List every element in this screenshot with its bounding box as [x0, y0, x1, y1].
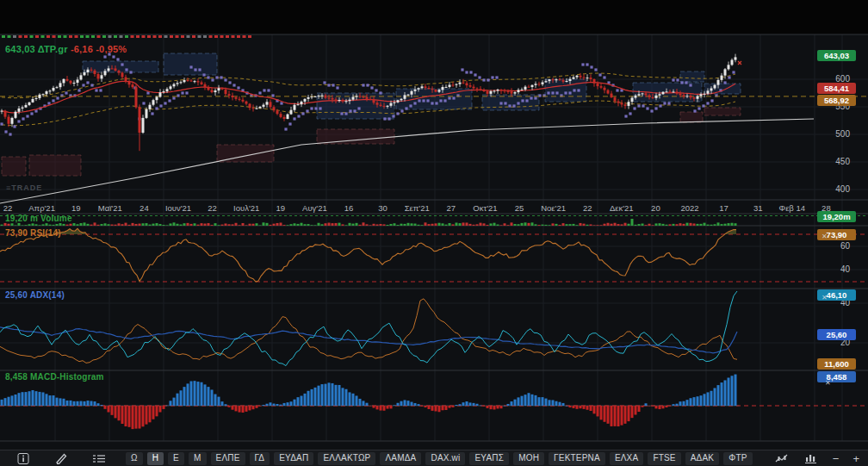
- time-axis-label: Αυγ'21: [302, 203, 327, 213]
- trading-platform-window: 643,03 ΔΤΡ.gr -6,16 -0,95% ≡TRADE 19,20 …: [0, 0, 868, 466]
- time-axis-label: 28: [822, 203, 831, 213]
- value-badge: 643,03: [817, 50, 856, 61]
- value-badge: 568,92: [817, 95, 856, 106]
- symbol-chip-ΓΕΚΤΕΡΝΑ[interactable]: ΓΕΚΤΕΡΝΑ: [549, 452, 605, 465]
- time-axis-label: 19: [276, 203, 286, 213]
- symbol-chip-ΕΛΛΑΚΤΩΡ[interactable]: ΕΛΛΑΚΤΩΡ: [318, 452, 375, 465]
- toolbar-left-icons: [14, 452, 108, 465]
- line-candle-chart-icon[interactable]: [772, 452, 791, 465]
- time-axis-label: Ιουλ'21: [233, 203, 259, 213]
- time-axis-label: Νοε'21: [541, 203, 566, 213]
- time-axis-label: 22: [3, 203, 13, 213]
- info-icon[interactable]: [14, 452, 33, 465]
- time-axis-label: 2022: [680, 203, 698, 213]
- time-axis-label: 22: [583, 203, 592, 213]
- time-axis-label: 27: [447, 203, 456, 213]
- time-axis-label: Φεβ 14: [779, 203, 806, 213]
- symbol-chip-ΛΑΜΔΑ[interactable]: ΛΑΜΔΑ: [380, 452, 421, 465]
- time-axis-label: Δεκ'21: [610, 203, 634, 213]
- symbol-chip-ΦΤΡ[interactable]: ΦΤΡ: [723, 452, 752, 465]
- time-axis-label: 30: [378, 203, 388, 213]
- time-axis-label: 24: [140, 203, 149, 213]
- toolbar-right-icons: − +: [772, 452, 861, 465]
- symbol-chip-FTSE[interactable]: FTSE: [648, 452, 680, 465]
- value-badge: 11,600: [817, 358, 856, 370]
- value-badge: 584,41: [817, 83, 856, 94]
- symbol-chip-ΕΥΔΑΠ[interactable]: ΕΥΔΑΠ: [274, 452, 313, 465]
- symbol-chip-Ω[interactable]: Ω: [126, 452, 143, 465]
- symbol-chip-Η[interactable]: Η: [147, 452, 164, 465]
- time-axis-label: 31: [753, 203, 763, 213]
- time-axis-label: 25: [515, 203, 524, 213]
- time-axis-label: 20: [651, 203, 660, 213]
- value-badge: 8,458: [817, 371, 856, 382]
- symbol-chip-Ε[interactable]: Ε: [168, 452, 184, 465]
- pencil-icon[interactable]: [52, 452, 71, 465]
- badge-close-x[interactable]: ✕: [822, 294, 828, 301]
- badge-close-x[interactable]: ✕: [825, 379, 831, 387]
- histogram-icon[interactable]: [802, 452, 821, 465]
- value-badge: 25,60: [817, 329, 856, 340]
- time-axis-label: 22: [208, 203, 217, 213]
- time-axis-label: 19: [71, 203, 81, 213]
- symbol-chip-ΜΟΗ[interactable]: ΜΟΗ: [513, 452, 544, 465]
- time-axis-label: Σεπ'21: [405, 203, 430, 213]
- time-axis-label: 16: [344, 203, 354, 213]
- price-axis-label: 450: [815, 157, 850, 166]
- badge-close-x[interactable]: ✕: [822, 233, 828, 240]
- time-axis-label: Οκτ'21: [473, 203, 497, 213]
- chart-canvas[interactable]: [0, 0, 868, 450]
- symbol-chip-ΕΥΑΠΣ[interactable]: ΕΥΑΠΣ: [469, 452, 509, 465]
- symbol-chip-Μ[interactable]: Μ: [189, 452, 207, 465]
- symbol-chip-ΕΛΠΕ[interactable]: ΕΛΠΕ: [211, 452, 245, 465]
- watchlist-icon[interactable]: [90, 452, 108, 465]
- time-axis-label: 17: [719, 203, 728, 213]
- rsi-axis-label: 60: [815, 241, 850, 251]
- zoom-out-button[interactable]: −: [831, 453, 841, 464]
- time-axis-label: Ιουν'21: [165, 203, 191, 213]
- zoom-in-button[interactable]: +: [851, 453, 861, 464]
- price-axis-label: 400: [815, 184, 850, 194]
- symbol-chip-ΕΛΧΑ[interactable]: ΕΛΧΑ: [610, 452, 644, 465]
- rsi-axis-label: 40: [815, 264, 850, 274]
- symbol-chip-bar: ΩΗΕΜΕΛΠΕΓΔΕΥΔΑΠΕΛΛΑΚΤΩΡΛΑΜΔΑDAX.wiΕΥΑΠΣΜ…: [126, 452, 753, 465]
- bottom-toolbar: ΩΗΕΜΕΛΠΕΓΔΕΥΔΑΠΕΛΛΑΚΤΩΡΛΑΜΔΑDAX.wiΕΥΑΠΣΜ…: [0, 450, 868, 466]
- symbol-chip-ΑΔΑΚ[interactable]: ΑΔΑΚ: [685, 452, 720, 465]
- time-axis-label: Μαϊ'21: [98, 203, 122, 213]
- price-axis-label: 500: [815, 129, 850, 139]
- time-axis-label: Απρ'21: [28, 203, 55, 213]
- symbol-chip-DAX.wi[interactable]: DAX.wi: [425, 452, 465, 465]
- symbol-chip-ΓΔ[interactable]: ΓΔ: [250, 452, 270, 465]
